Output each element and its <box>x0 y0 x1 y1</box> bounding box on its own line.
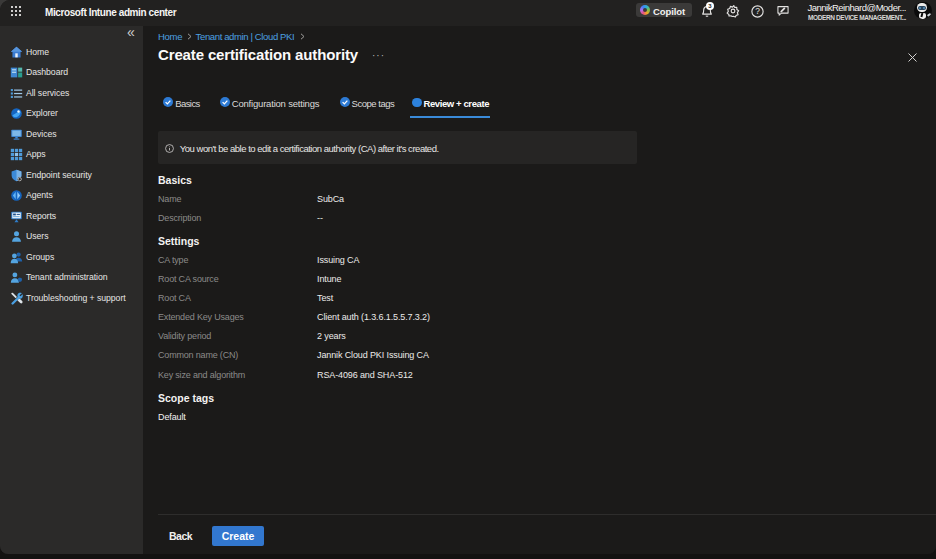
svg-text:?: ? <box>755 6 760 16</box>
